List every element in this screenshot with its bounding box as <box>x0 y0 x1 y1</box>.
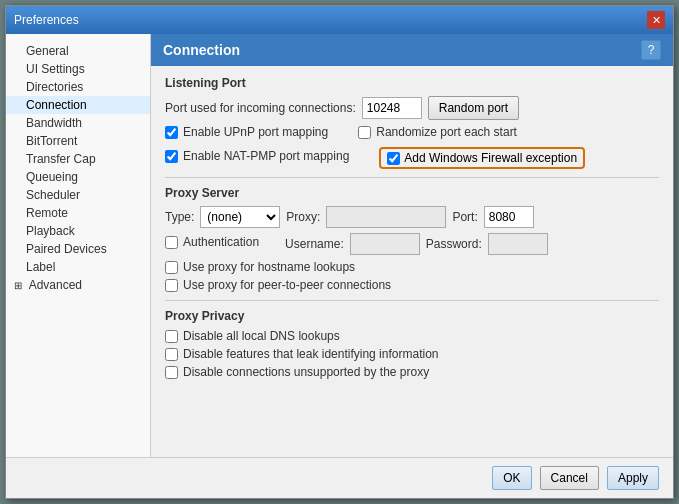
nat-pmp-row: Enable NAT-PMP port mapping <box>165 149 349 163</box>
cancel-button[interactable]: Cancel <box>540 466 599 490</box>
p2p-checkbox[interactable] <box>165 279 178 292</box>
randomize-port-row: Randomize port each start <box>358 125 517 139</box>
leak-checkbox[interactable] <box>165 348 178 361</box>
proxy-input[interactable] <box>326 206 446 228</box>
sidebar-item-remote[interactable]: Remote <box>6 204 150 222</box>
apply-button[interactable]: Apply <box>607 466 659 490</box>
sidebar-item-bandwidth[interactable]: Bandwidth <box>6 114 150 132</box>
port-row: Port used for incoming connections: Rand… <box>165 96 659 120</box>
auth-checkbox-row: Authentication <box>165 235 259 249</box>
sidebar-item-general[interactable]: General <box>6 42 150 60</box>
upnp-checkbox[interactable] <box>165 126 178 139</box>
sidebar-item-playback[interactable]: Playback <box>6 222 150 240</box>
auth-label[interactable]: Authentication <box>183 235 259 249</box>
sidebar: General UI Settings Directories Connecti… <box>6 34 151 457</box>
sidebar-item-paired-devices[interactable]: Paired Devices <box>6 240 150 258</box>
unsupported-row: Disable connections unsupported by the p… <box>165 365 659 379</box>
sidebar-item-connection[interactable]: Connection <box>6 96 150 114</box>
port-label: Port used for incoming connections: <box>165 101 356 115</box>
hostname-row: Use proxy for hostname lookups <box>165 260 659 274</box>
p2p-row: Use proxy for peer-to-peer connections <box>165 278 659 292</box>
p2p-label[interactable]: Use proxy for peer-to-peer connections <box>183 278 391 292</box>
main-content: Connection ? Listening Port Port used fo… <box>151 34 673 457</box>
username-label: Username: <box>285 237 344 251</box>
sidebar-item-queueing[interactable]: Queueing <box>6 168 150 186</box>
proxy-server-section: Proxy Server Type: (none) Proxy: Port: <box>165 186 659 292</box>
sidebar-item-ui-settings[interactable]: UI Settings <box>6 60 150 78</box>
footer: OK Cancel Apply <box>6 457 673 498</box>
nat-pmp-label[interactable]: Enable NAT-PMP port mapping <box>183 149 349 163</box>
proxy-port-input[interactable] <box>484 206 534 228</box>
proxy-privacy-label: Proxy Privacy <box>165 309 659 323</box>
upnp-row: Enable UPnP port mapping <box>165 125 328 139</box>
ok-button[interactable]: OK <box>492 466 531 490</box>
proxy-port-label: Port: <box>452 210 477 224</box>
sidebar-item-transfer-cap[interactable]: Transfer Cap <box>6 150 150 168</box>
leak-label[interactable]: Disable features that leak identifying i… <box>183 347 438 361</box>
listening-port-label: Listening Port <box>165 76 659 90</box>
sidebar-item-label[interactable]: Label <box>6 258 150 276</box>
randomize-port-label[interactable]: Randomize port each start <box>376 125 517 139</box>
randomize-port-checkbox[interactable] <box>358 126 371 139</box>
divider-1 <box>165 177 659 178</box>
content-area: Listening Port Port used for incoming co… <box>151 66 673 393</box>
section-header: Connection ? <box>151 34 673 66</box>
unsupported-checkbox[interactable] <box>165 366 178 379</box>
auth-checkbox[interactable] <box>165 236 178 249</box>
sidebar-item-scheduler[interactable]: Scheduler <box>6 186 150 204</box>
sidebar-item-bittorrent[interactable]: BitTorrent <box>6 132 150 150</box>
dns-checkbox[interactable] <box>165 330 178 343</box>
nat-pmp-checkbox[interactable] <box>165 150 178 163</box>
sidebar-item-advanced-label: Advanced <box>29 278 82 292</box>
hostname-checkbox[interactable] <box>165 261 178 274</box>
sidebar-item-advanced[interactable]: ⊞ Advanced <box>6 276 150 294</box>
proxy-field-label: Proxy: <box>286 210 320 224</box>
expand-icon: ⊞ <box>14 280 26 291</box>
window-content: General UI Settings Directories Connecti… <box>6 34 673 457</box>
window-title: Preferences <box>14 13 79 27</box>
upnp-label[interactable]: Enable UPnP port mapping <box>183 125 328 139</box>
section-title: Connection <box>163 42 240 58</box>
proxy-type-select[interactable]: (none) <box>200 206 280 228</box>
firewall-label[interactable]: Add Windows Firewall exception <box>404 151 577 165</box>
help-button[interactable]: ? <box>641 40 661 60</box>
proxy-server-label: Proxy Server <box>165 186 659 200</box>
type-label: Type: <box>165 210 194 224</box>
username-input[interactable] <box>350 233 420 255</box>
password-input[interactable] <box>488 233 548 255</box>
unsupported-label[interactable]: Disable connections unsupported by the p… <box>183 365 429 379</box>
preferences-window: Preferences ✕ General UI Settings Direct… <box>5 5 674 499</box>
dns-row: Disable all local DNS lookups <box>165 329 659 343</box>
proxy-privacy-section: Proxy Privacy Disable all local DNS look… <box>165 309 659 379</box>
divider-2 <box>165 300 659 301</box>
auth-row: Authentication Username: Password: <box>165 233 659 255</box>
dns-label[interactable]: Disable all local DNS lookups <box>183 329 340 343</box>
random-port-button[interactable]: Random port <box>428 96 519 120</box>
sidebar-item-directories[interactable]: Directories <box>6 78 150 96</box>
title-bar: Preferences ✕ <box>6 6 673 34</box>
proxy-type-row: Type: (none) Proxy: Port: <box>165 206 659 228</box>
listening-port-section: Listening Port Port used for incoming co… <box>165 76 659 169</box>
close-button[interactable]: ✕ <box>647 11 665 29</box>
port-input[interactable] <box>362 97 422 119</box>
firewall-exception-highlight: Add Windows Firewall exception <box>379 147 585 169</box>
firewall-checkbox[interactable] <box>387 152 400 165</box>
leak-row: Disable features that leak identifying i… <box>165 347 659 361</box>
hostname-label[interactable]: Use proxy for hostname lookups <box>183 260 355 274</box>
password-label: Password: <box>426 237 482 251</box>
